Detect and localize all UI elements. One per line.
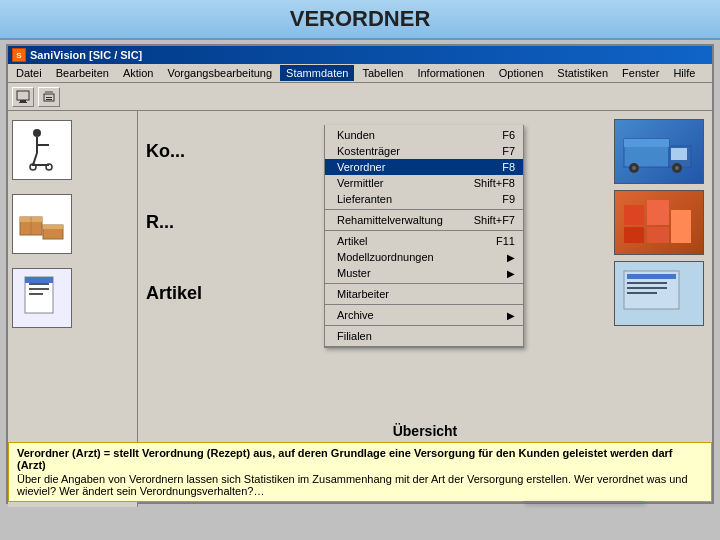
wheelchair-svg [17, 125, 67, 175]
tooltip-line1: Verordner (Arzt) = stellt Verordnung (Re… [17, 447, 703, 471]
boxes-image [12, 194, 72, 254]
menu-informationen[interactable]: Informationen [411, 65, 490, 81]
menu-rehamittel-shortcut: Shift+F7 [474, 214, 515, 226]
menu-bearbeiten[interactable]: Bearbeiten [50, 65, 115, 81]
svg-rect-18 [29, 283, 49, 285]
menu-vermittler-shortcut: Shift+F8 [474, 177, 515, 189]
svg-point-26 [632, 166, 636, 170]
menu-datei[interactable]: Datei [10, 65, 48, 81]
tooltip-line2: Über die Angaben von Verordnern lassen s… [17, 473, 703, 497]
menu-muster[interactable]: Muster ▶ [325, 265, 523, 281]
menu-fenster[interactable]: Fenster [616, 65, 665, 81]
svg-rect-30 [624, 205, 644, 225]
menu-section-1: Kunden F6 Kostenträger F7 Verordner F8 [325, 125, 523, 210]
menu-kostentraeger-label: Kostenträger [337, 145, 400, 157]
menu-vermittler[interactable]: Vermittler Shift+F8 [325, 175, 523, 191]
svg-rect-2 [19, 102, 27, 103]
menu-modellzuordnungen-arrow: ▶ [507, 252, 515, 263]
menu-rehamittel-label: Rehamittelverwaltung [337, 214, 443, 226]
menu-verordner-label: Verordner [337, 161, 385, 173]
truck-image [614, 119, 704, 184]
menu-kostentraeger-shortcut: F7 [502, 145, 515, 157]
svg-rect-36 [627, 274, 676, 279]
menu-vorgangsbearbeitung[interactable]: Vorgangsbearbeitung [161, 65, 278, 81]
svg-rect-1 [20, 100, 26, 102]
svg-rect-21 [25, 277, 53, 283]
svg-rect-16 [43, 225, 63, 229]
menu-stammdaten[interactable]: Stammdaten [280, 65, 354, 81]
toolbar [8, 83, 712, 111]
svg-rect-0 [17, 91, 29, 100]
svg-rect-24 [671, 148, 687, 160]
toolbar-btn-1[interactable] [12, 87, 34, 107]
menu-verordner[interactable]: Verordner F8 [325, 159, 523, 175]
article-image [12, 268, 72, 328]
menu-tabellen[interactable]: Tabellen [356, 65, 409, 81]
menu-hilfe[interactable]: Hilfe [667, 65, 701, 81]
menu-section-3: Artikel F11 Modellzuordnungen ▶ Muster ▶ [325, 231, 523, 284]
app-title: VERORDNER [0, 0, 720, 40]
menu-mitarbeiter[interactable]: Mitarbeiter [325, 286, 523, 302]
menu-kunden-shortcut: F6 [502, 129, 515, 141]
svg-rect-39 [627, 292, 657, 294]
svg-rect-31 [647, 200, 669, 225]
bottom-label-text: Übersicht [393, 423, 458, 439]
menu-archive-arrow: ▶ [507, 310, 515, 321]
icon-block-1 [12, 115, 133, 185]
menu-statistiken[interactable]: Statistiken [551, 65, 614, 81]
menu-kostentraeger[interactable]: Kostenträger F7 [325, 143, 523, 159]
menu-kunden-label: Kunden [337, 129, 375, 141]
title-text: VERORDNER [290, 6, 431, 31]
stammdaten-dropdown: Kunden F6 Kostenträger F7 Verordner F8 [324, 125, 524, 348]
svg-rect-32 [624, 227, 644, 243]
menu-verordner-shortcut: F8 [502, 161, 515, 173]
svg-rect-6 [46, 99, 52, 100]
menu-section-2: Rehamittelverwaltung Shift+F7 [325, 210, 523, 231]
window-titlebar: S SaniVision [SIC / SIC] [8, 46, 712, 64]
toolbar-btn-2[interactable] [38, 87, 60, 107]
menu-bar: Datei Bearbeiten Aktion Vorgangsbearbeit… [8, 64, 712, 83]
menu-modellzuordnungen-label: Modellzuordnungen [337, 251, 434, 263]
svg-rect-29 [624, 139, 669, 147]
icon-block-2 [12, 189, 133, 259]
menu-muster-label: Muster [337, 267, 371, 279]
svg-rect-20 [29, 293, 43, 295]
svg-rect-4 [45, 91, 53, 94]
window-title: SaniVision [SIC / SIC] [30, 49, 142, 61]
menu-archive-label: Archive [337, 309, 374, 321]
svg-rect-33 [647, 227, 669, 243]
menu-kunden[interactable]: Kunden F6 [325, 127, 523, 143]
article-img [614, 261, 704, 326]
menu-modellzuordnungen[interactable]: Modellzuordnungen ▶ [325, 249, 523, 265]
menu-artikel[interactable]: Artikel F11 [325, 233, 523, 249]
menu-aktion[interactable]: Aktion [117, 65, 160, 81]
menu-rehamittel[interactable]: Rehamittelverwaltung Shift+F7 [325, 212, 523, 228]
monitor-icon [16, 90, 30, 104]
menu-archive[interactable]: Archive ▶ [325, 307, 523, 323]
boxes-svg [15, 197, 69, 251]
main-window: S SaniVision [SIC / SIC] Datei Bearbeite… [6, 44, 714, 504]
stammdaten-menu: Kunden F6 Kostenträger F7 Verordner F8 [324, 125, 524, 348]
menu-artikel-shortcut: F11 [496, 235, 515, 247]
article-svg [17, 273, 67, 323]
svg-point-7 [33, 129, 41, 137]
menu-vermittler-label: Vermittler [337, 177, 383, 189]
menu-section-6: Filialen [325, 326, 523, 347]
menu-optionen[interactable]: Optionen [493, 65, 550, 81]
menu-lieferanten-shortcut: F9 [502, 193, 515, 205]
menu-artikel-label: Artikel [337, 235, 368, 247]
colorboxes-svg [619, 195, 699, 250]
menu-lieferanten[interactable]: Lieferanten F9 [325, 191, 523, 207]
icon-block-3 [12, 263, 133, 333]
menu-section-5: Archive ▶ [325, 305, 523, 326]
svg-rect-38 [627, 287, 667, 289]
menu-filialen-label: Filialen [337, 330, 372, 342]
svg-rect-5 [46, 97, 52, 98]
app-icon: S [12, 48, 26, 62]
archive-submenu [523, 501, 643, 503]
menu-section-4: Mitarbeiter [325, 284, 523, 305]
menu-muster-arrow: ▶ [507, 268, 515, 279]
menu-mitarbeiter-label: Mitarbeiter [337, 288, 389, 300]
svg-rect-34 [671, 210, 691, 243]
menu-filialen[interactable]: Filialen [325, 328, 523, 344]
